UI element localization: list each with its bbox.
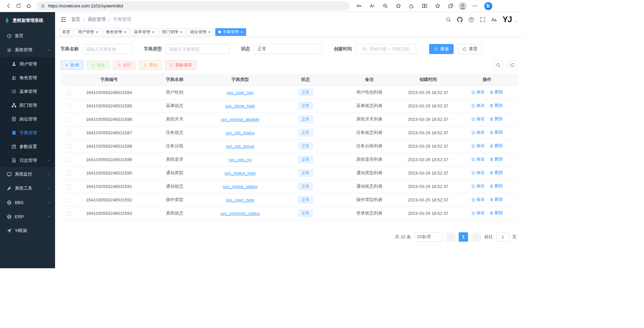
more-menu-icon[interactable]: [472, 3, 478, 9]
row-edit-link[interactable]: 修改: [471, 143, 485, 149]
user-logo[interactable]: YJ: [503, 15, 512, 24]
font-size-icon[interactable]: [491, 17, 497, 22]
add-button[interactable]: 新增: [60, 60, 83, 70]
row-delete-link[interactable]: 删除: [490, 170, 503, 176]
split-screen-icon[interactable]: [422, 3, 427, 9]
sidebar-item-role[interactable]: 角色管理: [0, 71, 55, 85]
favorites-icon[interactable]: [435, 3, 441, 9]
refresh-table-button[interactable]: [507, 60, 517, 70]
close-icon[interactable]: ×: [180, 30, 183, 34]
dict-type-link[interactable]: sys_normal_disable: [221, 117, 260, 122]
sidebar-item-monitor[interactable]: 系统监控: [0, 167, 55, 181]
sidebar-item-log[interactable]: 日志管理: [0, 153, 55, 167]
row-delete-link[interactable]: 删除: [490, 197, 503, 202]
close-icon[interactable]: ×: [208, 30, 211, 34]
close-icon[interactable]: ×: [96, 30, 98, 34]
sidebar-item-home[interactable]: 首页: [0, 29, 55, 43]
close-icon[interactable]: ×: [124, 30, 127, 34]
row-checkbox[interactable]: [66, 90, 71, 95]
row-delete-link[interactable]: 删除: [490, 103, 503, 108]
reload-icon[interactable]: [16, 3, 21, 9]
extensions-icon[interactable]: [409, 3, 414, 9]
dict-type-link[interactable]: sys_show_hide: [225, 103, 255, 108]
dict-type-link[interactable]: sys_yes_no: [229, 157, 252, 162]
bing-icon[interactable]: b: [484, 2, 492, 10]
date-range-picker[interactable]: 开始日期 - 结束日期: [355, 44, 416, 54]
row-edit-link[interactable]: 修改: [471, 170, 485, 176]
row-checkbox[interactable]: [66, 117, 71, 122]
app-logo[interactable]: 意框架管理系统: [0, 12, 55, 29]
tab-post[interactable]: 岗位管理×: [187, 28, 214, 36]
tab-dict[interactable]: 字典管理×: [215, 28, 246, 36]
row-edit-link[interactable]: 修改: [471, 116, 485, 122]
sidebar-item-yi[interactable]: Yi框架: [0, 224, 55, 238]
back-icon[interactable]: [6, 3, 11, 9]
row-checkbox[interactable]: [66, 131, 71, 135]
row-delete-link[interactable]: 删除: [490, 130, 503, 135]
sidebar-item-bbs[interactable]: BBS: [0, 195, 55, 209]
page-1-button[interactable]: 1: [459, 232, 468, 242]
breadcrumb-item[interactable]: 首页: [71, 16, 80, 22]
sidebar-item-erp[interactable]: ERP: [0, 209, 55, 224]
row-delete-link[interactable]: 删除: [490, 89, 503, 95]
row-checkbox[interactable]: [66, 104, 71, 108]
status-select[interactable]: 正常: [254, 44, 322, 54]
delete-button[interactable]: 删除: [113, 60, 136, 70]
refresh-cache-button[interactable]: 刷新缓存: [165, 60, 196, 70]
row-delete-link[interactable]: 删除: [490, 116, 503, 122]
row-checkbox[interactable]: [66, 211, 71, 216]
row-edit-link[interactable]: 修改: [471, 130, 485, 135]
profile-avatar[interactable]: [459, 2, 467, 10]
dict-type-link[interactable]: sys_common_status: [220, 211, 260, 216]
password-key-icon[interactable]: [356, 3, 362, 9]
row-delete-link[interactable]: 删除: [490, 143, 503, 149]
row-delete-link[interactable]: 删除: [490, 156, 503, 162]
export-button[interactable]: 导出: [139, 60, 162, 70]
user-menu-chevron-down-icon[interactable]: [515, 20, 518, 23]
row-checkbox[interactable]: [66, 198, 71, 202]
tab-dept[interactable]: 部门管理×: [159, 28, 186, 36]
sidebar-item-config[interactable]: 参数设置: [0, 140, 55, 153]
sidebar-item-user[interactable]: 用户管理: [0, 57, 55, 71]
dict-type-input[interactable]: [165, 44, 230, 54]
row-edit-link[interactable]: 修改: [471, 183, 485, 189]
sidebar-toggle-icon[interactable]: [60, 16, 66, 22]
show-search-button[interactable]: [493, 60, 503, 70]
zoom-icon[interactable]: [382, 3, 388, 9]
read-aloud-icon[interactable]: [369, 3, 375, 9]
add-favorite-icon[interactable]: [396, 3, 401, 9]
row-checkbox[interactable]: [66, 144, 71, 149]
row-edit-link[interactable]: 修改: [471, 156, 485, 162]
row-delete-link[interactable]: 删除: [490, 183, 503, 189]
address-bar[interactable]: https://ccnetcore.com:1101/system/dict: [36, 1, 350, 10]
row-edit-link[interactable]: 修改: [471, 103, 485, 108]
reset-button[interactable]: 重置: [458, 44, 482, 54]
search-button[interactable]: 搜索: [429, 44, 454, 54]
sidebar-item-post[interactable]: 岗位管理: [0, 112, 55, 126]
sidebar-item-dept[interactable]: 部门管理: [0, 98, 55, 112]
row-delete-link[interactable]: 删除: [490, 210, 503, 216]
select-all-checkbox[interactable]: [66, 78, 71, 82]
url-text[interactable]: https://ccnetcore.com:1101/system/dict: [48, 3, 123, 8]
breadcrumb-item[interactable]: 系统管理: [88, 16, 106, 22]
dict-type-link[interactable]: sys_notice_type: [224, 171, 256, 176]
sidebar-item-menu[interactable]: 菜单管理: [0, 85, 55, 98]
row-edit-link[interactable]: 修改: [471, 210, 485, 216]
github-icon[interactable]: [457, 17, 463, 22]
row-edit-link[interactable]: 修改: [471, 89, 485, 95]
fullscreen-icon[interactable]: [480, 17, 486, 22]
edit-button[interactable]: 修改: [87, 60, 109, 70]
row-checkbox[interactable]: [66, 171, 71, 176]
tab-role[interactable]: 角色管理×: [103, 28, 130, 36]
sidebar-item-tool[interactable]: 系统工具: [0, 181, 55, 195]
page-size-select[interactable]: 10条/页: [414, 232, 443, 242]
sidebar-item-dict[interactable]: 字典管理: [0, 126, 55, 140]
prev-page-button[interactable]: [446, 232, 455, 242]
row-edit-link[interactable]: 修改: [471, 197, 485, 202]
dict-type-link[interactable]: sys_oper_type: [226, 197, 255, 202]
row-checkbox[interactable]: [66, 157, 71, 162]
tab-menu[interactable]: 菜单管理×: [131, 28, 157, 36]
dict-type-link[interactable]: sys_job_group: [226, 144, 255, 149]
tab-home[interactable]: 首页: [59, 28, 73, 36]
close-icon[interactable]: ×: [240, 30, 243, 34]
